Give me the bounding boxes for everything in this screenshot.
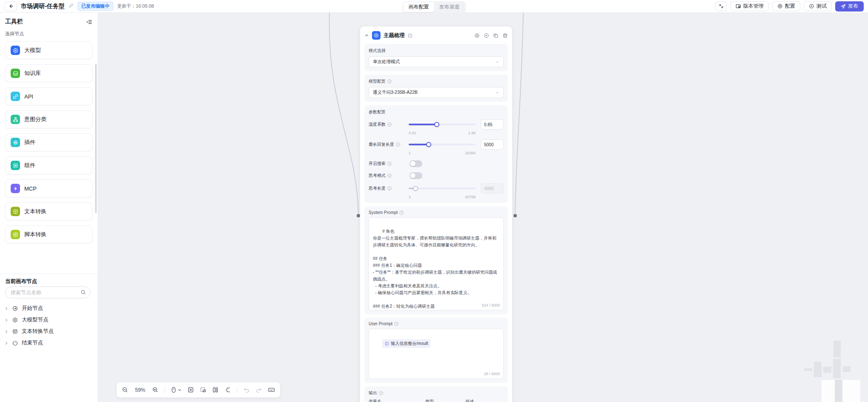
palette-item-script-transform[interactable]: 脚本转换 <box>5 226 92 243</box>
info-icon <box>387 122 392 127</box>
config-button[interactable]: 配置 <box>772 1 800 11</box>
palette-label: 意图分类 <box>24 116 46 123</box>
mode-select-group: 模式选择 单次处理模式 <box>364 44 508 71</box>
think-mode-toggle[interactable] <box>409 172 422 179</box>
tree-item-text-node[interactable]: 文本转换节点 <box>4 326 94 337</box>
input-port-dot <box>357 214 360 217</box>
temperature-slider[interactable] <box>409 121 476 127</box>
palette-item-text-transform[interactable]: 文本转换 <box>5 202 92 220</box>
zoom-level[interactable]: 59% <box>134 387 146 393</box>
watermark <box>797 337 868 402</box>
breakpoint-icon[interactable] <box>474 33 480 38</box>
info-icon <box>379 391 383 395</box>
zoom-out-icon[interactable] <box>122 387 128 393</box>
collapse-view-button[interactable] <box>715 2 727 11</box>
component-icon <box>11 161 20 170</box>
temperature-max: 1.99 <box>468 131 476 135</box>
mode-select[interactable]: 单次处理模式 <box>369 56 504 67</box>
tree-item-llm-node[interactable]: 大模型节点 <box>4 314 94 326</box>
variable-chip[interactable]: 输入信息整合/result <box>382 339 430 348</box>
tab-canvas-config[interactable]: 画布配置 <box>404 2 434 12</box>
text-node-icon <box>12 329 18 334</box>
panel-collapse-icon[interactable] <box>364 33 369 38</box>
auto-layout-icon[interactable] <box>212 387 219 393</box>
back-arrow-icon <box>8 3 14 9</box>
sidebar-collapse-icon[interactable] <box>86 19 92 25</box>
zoom-in-icon[interactable] <box>152 387 159 393</box>
palette-item-component[interactable]: 组件 <box>5 156 92 174</box>
model-select[interactable]: 通义千问3-235B-A22B <box>369 87 504 98</box>
merge-branch-icon[interactable] <box>225 387 231 393</box>
chevron-right-icon[interactable] <box>4 318 9 322</box>
max-reply-label: 最长回复长度 <box>369 142 394 147</box>
palette-label: 组件 <box>24 162 35 169</box>
info-icon <box>394 322 398 326</box>
palette-label: MCP <box>24 185 37 192</box>
mouse-icon <box>171 387 176 393</box>
edit-title-icon[interactable] <box>69 3 74 9</box>
max-reply-input[interactable] <box>481 139 504 150</box>
info-icon <box>387 174 392 178</box>
tab-publish-channel[interactable]: 发布渠道 <box>434 2 465 12</box>
search-toggle[interactable] <box>409 160 422 167</box>
keyboard-shortcuts-icon[interactable] <box>268 387 275 393</box>
params-section-label: 参数配置 <box>369 109 504 115</box>
system-prompt-textarea[interactable]: # 角色 你是一位主题梳理专家，擅长帮助团队明确市场调研主题，并将初步调研主题转… <box>369 217 504 310</box>
mode-select-label: 模式选择 <box>369 48 504 54</box>
llm-node-badge-icon <box>372 31 381 40</box>
palette-item-llm[interactable]: 大模型 <box>5 41 92 59</box>
search-toggle-label: 开启搜索 <box>369 161 386 167</box>
intent-classify-icon <box>11 115 20 124</box>
tree-item-end-node[interactable]: 结束节点 <box>4 337 94 349</box>
sidebar-scrollbar[interactable] <box>95 64 97 213</box>
chevron-right-icon[interactable] <box>4 330 9 334</box>
api-link-icon <box>11 92 20 101</box>
app-header: 市场调研-任务型 已发布编辑中 更新于：16:05:08 画布配置 发布渠道 版… <box>0 0 868 13</box>
copy-node-icon[interactable] <box>493 33 499 38</box>
chevron-right-icon[interactable] <box>4 307 9 311</box>
think-length-label: 思考长度 <box>369 185 386 191</box>
back-button[interactable] <box>4 2 17 11</box>
script-transform-icon <box>11 230 20 239</box>
page-title: 市场调研-任务型 <box>21 3 65 10</box>
test-button[interactable]: 测试 <box>804 1 832 11</box>
text-transform-icon <box>11 207 20 216</box>
canvas-node-tree: 开始节点 大模型节点 文本转换节点 结束节点 <box>4 303 94 349</box>
think-length-input <box>481 183 504 194</box>
max-reply-min: 1 <box>409 151 411 155</box>
undo-icon[interactable] <box>243 387 250 393</box>
palette-item-api[interactable]: API <box>5 87 92 105</box>
palette-item-knowledge[interactable]: 知识库 <box>5 64 92 82</box>
node-search-input[interactable] <box>5 286 90 298</box>
user-prompt-count: 28 / 6000 <box>482 371 500 377</box>
publish-button[interactable]: 发布 <box>835 1 864 12</box>
tree-item-start-node[interactable]: 开始节点 <box>4 303 94 314</box>
status-badge: 已发布编辑中 <box>78 2 113 11</box>
think-length-slider <box>409 185 476 191</box>
select-area-icon[interactable] <box>200 387 206 393</box>
user-prompt-textarea[interactable]: 输入信息整合/result 28 / 6000 <box>369 329 504 379</box>
temperature-min: 0.01 <box>409 131 416 135</box>
palette-item-plugin[interactable]: 插件 <box>5 133 92 151</box>
run-node-icon[interactable] <box>484 33 489 38</box>
chevron-right-icon[interactable] <box>4 341 9 345</box>
sidebar-divider <box>0 274 98 274</box>
system-prompt-count: 524 / 6000 <box>480 302 500 308</box>
output-type-col: 类型 <box>425 399 461 402</box>
redo-icon[interactable] <box>256 387 262 393</box>
max-reply-max: 16384 <box>465 151 476 155</box>
fit-view-icon[interactable] <box>187 387 194 393</box>
end-node-icon <box>12 340 18 346</box>
pointer-mode-dropdown[interactable] <box>171 387 182 393</box>
palette-item-intent[interactable]: 意图分类 <box>5 110 92 128</box>
version-manage-button[interactable]: 版本管理 <box>730 1 769 11</box>
workflow-canvas[interactable]: 主题梳理 模式选择 单次处理模式 模型配置 通义千问3-235B-A22B <box>98 13 868 402</box>
delete-node-icon[interactable] <box>502 33 508 38</box>
updated-timestamp: 更新于：16:05:08 <box>117 3 154 9</box>
palette-item-mcp[interactable]: MCP <box>5 179 92 197</box>
think-mode-label: 思考模式 <box>369 173 386 179</box>
max-reply-slider[interactable] <box>409 142 476 147</box>
temperature-input[interactable] <box>481 119 504 130</box>
rename-node-icon[interactable] <box>408 33 412 38</box>
model-config-label: 模型配置 <box>369 78 386 84</box>
